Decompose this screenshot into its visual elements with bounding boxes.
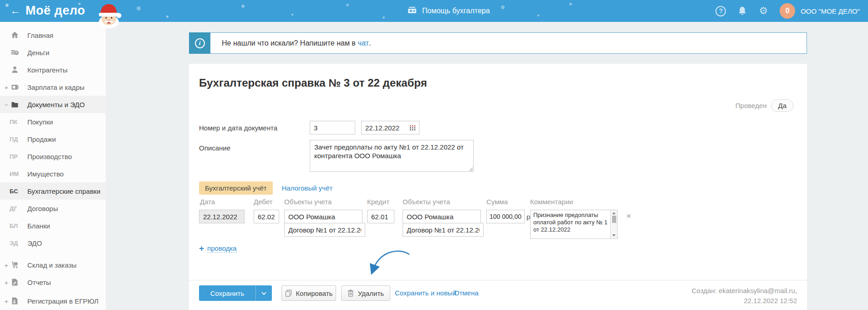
document-card: Бухгалтерская справка № 3 от 22 декабря … bbox=[189, 64, 807, 310]
posted-label: Проведен bbox=[735, 102, 767, 109]
scroll-down-icon bbox=[612, 234, 616, 237]
tab-tax[interactable]: Налоговый учёт bbox=[282, 184, 333, 192]
entry-date-input[interactable]: 22.12.2022 bbox=[199, 210, 245, 223]
credit-object-input[interactable] bbox=[403, 210, 481, 223]
col-credit: Кредит bbox=[367, 198, 389, 206]
sidebar-item-contracts[interactable]: ДГ Договоры bbox=[0, 200, 106, 217]
sidebar-item-money[interactable]: ₽ Деньги bbox=[0, 44, 106, 61]
help-center-link[interactable]: Помощь бухгалтера bbox=[407, 0, 490, 22]
reports-icon bbox=[10, 278, 20, 286]
col-comments: Комментарии bbox=[530, 198, 573, 206]
created-info: Создан: ekaterinaksylina@mail.ru, 22.12.… bbox=[692, 286, 797, 306]
copy-button[interactable]: Копировать bbox=[281, 285, 336, 301]
sidebar-item-salary[interactable]: + Зарплата и кадры bbox=[0, 78, 106, 96]
save-and-new-link[interactable]: Сохранить и новый bbox=[395, 289, 456, 297]
comment-textarea[interactable]: Признание предоплаты оплатой работ по ак… bbox=[530, 210, 618, 239]
credit-account-input[interactable] bbox=[367, 210, 394, 223]
annotation-arrow bbox=[363, 248, 412, 277]
sidebar-item-production[interactable]: ПР Производство bbox=[0, 148, 106, 165]
app-logo[interactable]: Моё дело bbox=[26, 4, 85, 18]
description-textarea[interactable]: Зачет предоплаты по акту №1 от 22.12.202… bbox=[310, 140, 474, 172]
comment-scrollbar[interactable] bbox=[610, 210, 617, 238]
sidebar-item-reports[interactable]: + Отчеты bbox=[0, 274, 106, 291]
trash-icon bbox=[347, 289, 354, 297]
info-icon: i bbox=[189, 32, 210, 54]
add-entry-link[interactable]: + проводка bbox=[199, 244, 237, 253]
expand-icon[interactable]: + bbox=[3, 261, 10, 269]
svg-text:₽: ₽ bbox=[15, 51, 18, 55]
sidebar-item-documents[interactable]: − Документы и ЭДО bbox=[0, 96, 106, 113]
sidebar-nav: Главная ₽ Деньги Контрагенты + bbox=[0, 22, 106, 310]
sidebar-item-blanks[interactable]: БЛ Бланки bbox=[0, 217, 106, 234]
sidebar-item-registration[interactable]: + Регистрация в ЕГРЮЛ bbox=[0, 291, 106, 310]
tab-accounting[interactable]: Бухгалтерский учёт bbox=[199, 181, 273, 195]
gear-icon[interactable]: ⚙ bbox=[759, 6, 768, 16]
warehouse-icon bbox=[10, 261, 20, 269]
document-date-input[interactable]: 22.12.2022 bbox=[361, 121, 419, 134]
debit-object-input[interactable] bbox=[284, 210, 363, 223]
info-banner: i Не нашли что искали? Напишите нам в ча… bbox=[189, 32, 807, 54]
sidebar-item-warehouse[interactable]: + Склад и заказы bbox=[0, 256, 106, 274]
company-name: ООО "МОЕ ДЕЛО" bbox=[801, 7, 860, 15]
collapse-icon[interactable]: − bbox=[3, 101, 10, 108]
sidebar-item-contractors[interactable]: Контрагенты bbox=[0, 61, 106, 78]
sidebar-item-property[interactable]: ИМ Имущество bbox=[0, 165, 106, 182]
footer-divider bbox=[189, 280, 807, 280]
avatar: 0 bbox=[780, 3, 795, 19]
home-icon bbox=[10, 31, 20, 39]
save-button[interactable]: Сохранить bbox=[199, 285, 272, 301]
folder-icon bbox=[10, 100, 20, 108]
amount-input[interactable] bbox=[486, 210, 525, 223]
col-amount: Сумма bbox=[486, 198, 508, 206]
copy-icon bbox=[285, 289, 292, 297]
col-date: Дата bbox=[200, 198, 215, 206]
expand-icon[interactable]: + bbox=[3, 279, 10, 286]
chat-link[interactable]: чат bbox=[358, 39, 369, 47]
bell-icon[interactable] bbox=[738, 6, 747, 16]
delete-button[interactable]: Удалить bbox=[341, 285, 390, 301]
scroll-up-icon bbox=[612, 212, 616, 214]
document-number-input[interactable] bbox=[310, 121, 355, 134]
sidebar-item-purchases[interactable]: ПК Покупки bbox=[0, 113, 106, 130]
sidebar-item-accounting-certificates[interactable]: БС Бухгалтерские справки bbox=[0, 182, 106, 200]
expand-icon[interactable]: + bbox=[3, 83, 10, 91]
santa-decoration bbox=[88, 0, 130, 31]
app-header: ← Моё дело Помощь бухгалтера bbox=[0, 0, 868, 22]
col-debit: Дебет bbox=[254, 198, 272, 206]
page-title: Бухгалтерская справка № 3 от 22 декабря bbox=[199, 77, 427, 89]
cancel-link[interactable]: Отмена bbox=[454, 289, 479, 297]
debit-contract-input[interactable] bbox=[284, 223, 365, 237]
expand-icon[interactable]: + bbox=[3, 297, 10, 305]
plus-icon: + bbox=[199, 244, 204, 253]
scroll-thumb bbox=[612, 216, 616, 223]
save-dropdown-caret[interactable] bbox=[255, 285, 272, 301]
delete-entry-icon[interactable]: × bbox=[626, 212, 631, 220]
help-center-label: Помощь бухгалтера bbox=[422, 7, 490, 15]
sidebar-item-edo[interactable]: ЭД ЭДО bbox=[0, 234, 106, 252]
salary-icon bbox=[10, 83, 20, 91]
back-arrow-icon[interactable]: ← bbox=[10, 5, 20, 17]
registration-icon bbox=[10, 297, 20, 305]
contractors-icon bbox=[10, 66, 20, 74]
money-icon: ₽ bbox=[10, 48, 20, 57]
cash-register-icon bbox=[407, 5, 418, 17]
description-label: Описание bbox=[199, 144, 230, 152]
help-icon[interactable]: ? bbox=[715, 6, 726, 16]
credit-contract-input[interactable] bbox=[403, 223, 484, 237]
col-credit-objects: Объекты учета bbox=[403, 198, 450, 206]
number-date-label: Номер и дата документа bbox=[199, 124, 277, 132]
banner-message: Не нашли что искали? Напишите нам в bbox=[222, 39, 356, 47]
debit-account-input[interactable] bbox=[254, 210, 279, 223]
account-menu[interactable]: 0 ООО "МОЕ ДЕЛО" bbox=[780, 3, 860, 19]
sidebar-item-sales[interactable]: ПД Продажи bbox=[0, 130, 106, 148]
col-debit-objects: Объекты учета bbox=[284, 198, 332, 206]
posted-toggle-button[interactable]: Да bbox=[771, 99, 793, 112]
calendar-icon bbox=[410, 125, 415, 130]
